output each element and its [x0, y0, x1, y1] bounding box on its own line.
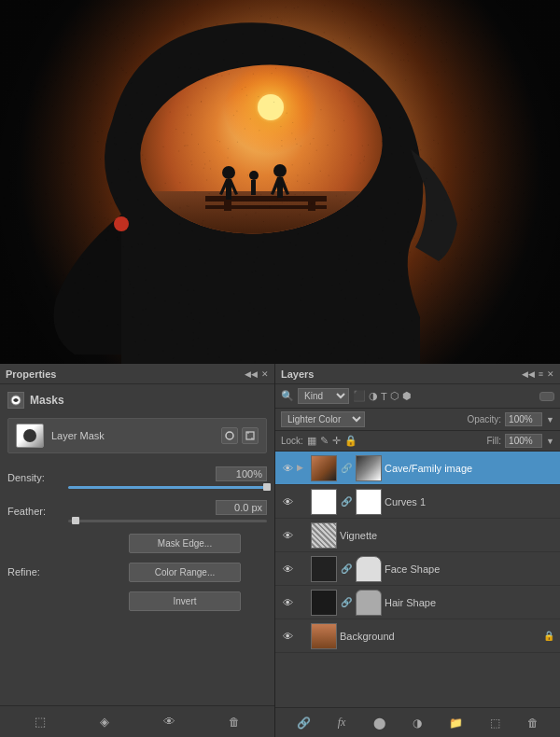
feather-thumb[interactable] [72, 517, 79, 524]
delete-layer-icon[interactable]: 🗑 [527, 716, 539, 730]
layer-thumbnail [311, 556, 337, 582]
lock-checkerboard-icon[interactable]: ▦ [307, 435, 316, 447]
density-value[interactable]: 100% [216, 466, 267, 481]
svg-rect-2 [246, 432, 254, 439]
opacity-arrow: ▼ [546, 415, 554, 424]
feather-label: Feather: [7, 506, 68, 517]
search-icon: 🔍 [281, 390, 294, 402]
filter-icons: ⬛ ◑ T ⬡ ⬢ [353, 390, 412, 402]
layers-panel-header: Layers ◀◀ ≡ ✕ [275, 364, 560, 384]
density-slider[interactable] [68, 486, 267, 489]
filter-smart-icon[interactable]: ⬢ [402, 390, 412, 402]
link-layers-icon[interactable]: 🔗 [297, 716, 311, 730]
properties-controls: ◀◀ ✕ [245, 369, 269, 379]
layers-list: 👁▶🔗Cave/Family image👁🔗Curves 1👁Vignette👁… [275, 452, 560, 707]
properties-bottom-bar: ⬚ ◈ 👁 🗑 [0, 705, 274, 737]
delete-mask-icon[interactable]: 🗑 [225, 713, 244, 731]
fill-input[interactable] [505, 434, 542, 448]
layer-fx-icon[interactable]: fx [338, 716, 346, 730]
layers-blend-row: Lighter Color Opacity: ▼ [275, 409, 560, 431]
density-label: Density: [7, 472, 68, 483]
mask-edge-button[interactable]: Mask Edge... [129, 534, 241, 553]
properties-close-btn[interactable]: ✕ [261, 369, 269, 379]
layer-row[interactable]: 👁Vignette [275, 519, 560, 552]
layer-name-label: Cave/Family image [385, 463, 554, 474]
layer-mask-row[interactable]: Layer Mask [7, 418, 267, 453]
pixel-mask-icon[interactable]: ◈ [95, 713, 114, 731]
layer-mask-thumbnail [356, 556, 382, 582]
add-mask-icon[interactable]: ⬤ [373, 716, 385, 730]
layer-visibility-btn[interactable]: 👁 [281, 495, 294, 508]
density-thumb[interactable] [263, 483, 271, 491]
visibility-icon[interactable]: 👁 [161, 713, 179, 731]
lock-brush-icon[interactable]: ✎ [320, 435, 329, 447]
layer-name-label: Vignette [340, 530, 554, 541]
layer-chain-icon: 🔗 [341, 597, 352, 607]
opacity-input[interactable] [505, 412, 542, 426]
feather-slider[interactable] [68, 520, 267, 522]
masks-icon [7, 392, 24, 409]
photo-canvas [0, 0, 560, 364]
filter-shape-icon[interactable]: ⬡ [390, 390, 399, 402]
layer-name-label: Face Shape [385, 563, 554, 575]
layer-chain-icon: 🔗 [341, 496, 352, 507]
layer-name-label: Curves 1 [385, 496, 554, 508]
filter-adjust-icon[interactable]: ◑ [369, 390, 378, 402]
feather-slider-wrapper: 0.0 px [68, 500, 267, 522]
layers-title: Layers [281, 368, 314, 380]
layer-visibility-btn[interactable]: 👁 [281, 462, 294, 475]
layer-lock-icon: 🔒 [543, 631, 554, 641]
opacity-label: Opacity: [467, 414, 501, 424]
layers-collapse-btn[interactable]: ◀◀ [522, 369, 535, 379]
filter-pixel-icon[interactable]: ⬛ [353, 390, 366, 402]
layer-visibility-btn[interactable]: 👁 [281, 630, 294, 643]
new-group-icon[interactable]: 📁 [449, 716, 463, 730]
layer-visibility-btn[interactable]: 👁 [281, 529, 294, 542]
feather-value[interactable]: 0.0 px [216, 500, 267, 515]
layer-row[interactable]: 👁🔗Face Shape [275, 552, 560, 586]
layer-row[interactable]: 👁🔗Curves 1 [275, 485, 560, 519]
invert-button[interactable]: Invert [129, 591, 241, 611]
new-adjustment-icon[interactable]: ◑ [413, 716, 422, 730]
properties-collapse-btn[interactable]: ◀◀ [245, 369, 258, 379]
fill-label: Fill: [487, 436, 502, 446]
color-range-button[interactable]: Color Range... [129, 563, 241, 582]
layer-thumbnail [311, 489, 337, 515]
layers-close-btn[interactable]: ✕ [547, 369, 554, 379]
mask-apply-btn[interactable] [221, 427, 238, 444]
layer-name-label: Hair Shape [385, 597, 554, 608]
lock-label: Lock: [281, 436, 303, 446]
layer-mask-thumbnail [356, 590, 382, 616]
layers-header-controls: ◀◀ ≡ ✕ [522, 369, 554, 379]
density-slider-wrapper: 100% [68, 466, 267, 489]
masks-header: Masks [7, 392, 267, 409]
new-layer-icon[interactable]: ⬚ [490, 716, 500, 730]
lock-all-icon[interactable]: 🔒 [344, 435, 357, 447]
blend-mode-select[interactable]: Lighter Color [281, 411, 365, 427]
refine-label: Refine: [7, 566, 68, 577]
layers-panel: Layers ◀◀ ≡ ✕ 🔍 Kind ⬛ ◑ T ⬡ ⬢ [275, 364, 560, 737]
layer-mask-thumbnail [16, 424, 44, 448]
layer-row[interactable]: 👁🔗Hair Shape [275, 586, 560, 619]
layer-visibility-btn[interactable]: 👁 [281, 596, 294, 609]
layer-name-label: Background [340, 631, 539, 642]
layer-mask-thumbnail [356, 455, 382, 481]
layer-row[interactable]: 👁Background🔒 [275, 619, 560, 653]
lock-icons: ▦ ✎ ✛ 🔒 [307, 435, 357, 447]
svg-point-1 [226, 432, 233, 439]
mask-transform-btn[interactable] [242, 427, 259, 444]
layers-lock-row: Lock: ▦ ✎ ✛ 🔒 Fill: ▼ [275, 431, 560, 452]
layer-expand-btn[interactable]: ▶ [297, 463, 308, 474]
layer-chain-icon: 🔗 [341, 563, 352, 574]
masks-title: Masks [30, 394, 64, 407]
filter-toggle[interactable] [539, 392, 554, 401]
selection-icon[interactable]: ⬚ [31, 713, 49, 731]
layers-menu-btn[interactable]: ≡ [539, 369, 543, 379]
properties-title: Properties [6, 368, 56, 380]
layer-row[interactable]: 👁▶🔗Cave/Family image [275, 452, 560, 485]
lock-move-icon[interactable]: ✛ [332, 435, 341, 447]
layer-mask-label: Layer Mask [51, 430, 221, 441]
kind-select[interactable]: Kind [298, 388, 349, 404]
layer-visibility-btn[interactable]: 👁 [281, 563, 294, 576]
filter-type-icon[interactable]: T [381, 391, 387, 402]
